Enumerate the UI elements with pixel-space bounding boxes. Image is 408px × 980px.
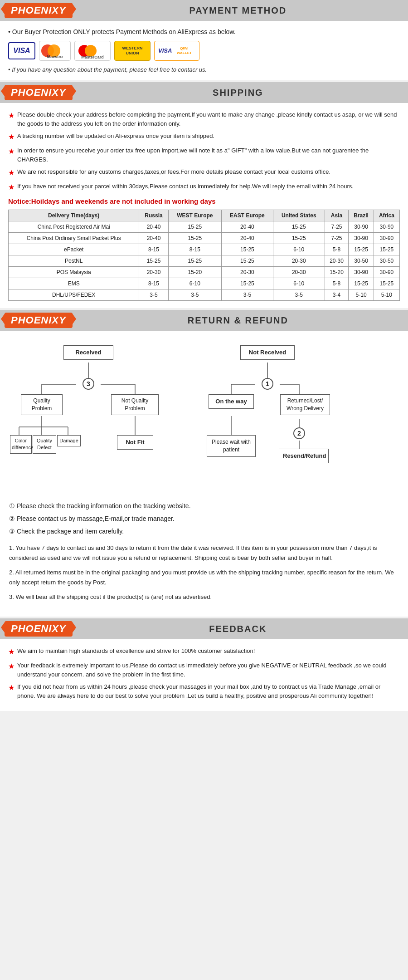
table-cell-4-4: 20-30: [273, 267, 325, 278]
star-icon-4: ★: [8, 167, 15, 178]
refund-title: RETURN & REFUND: [73, 315, 403, 326]
table-cell-5-6: 15-25: [349, 278, 374, 289]
table-cell-2-4: 6-10: [273, 244, 325, 255]
mastercard-card: MasterCard: [74, 41, 111, 61]
diagram-container: Received 3 Quality Problem Not Quality P…: [9, 340, 399, 494]
col-header-3: EAST Europe: [222, 210, 273, 221]
table-cell-1-6: 30-90: [349, 233, 374, 244]
table-cell-0-7: 30-90: [374, 221, 399, 233]
table-cell-3-7: 30-50: [374, 255, 399, 267]
table-cell-3-2: 15-25: [168, 255, 221, 267]
feedback-bullet-2: ★ Your feedback is extremely important t…: [8, 661, 400, 679]
table-cell-0-0: China Post Registered Air Mai: [9, 221, 139, 233]
damage-box: Damage: [57, 435, 81, 446]
table-cell-0-3: 20-40: [222, 221, 273, 233]
payment-note: • Our Buyer Protection ONLY protects Pay…: [8, 28, 400, 35]
star-icon-2: ★: [8, 132, 15, 142]
table-cell-0-1: 20-40: [139, 221, 168, 233]
policy-item-3: 3. We will bear all the shipping cost if…: [9, 592, 399, 602]
shipping-bullet-4: ★ We are not responsible for any customs…: [8, 167, 400, 178]
table-cell-4-1: 20-30: [139, 267, 168, 278]
col-header-4: United States: [273, 210, 325, 221]
table-cell-2-3: 15-25: [222, 244, 273, 255]
badge-3: 3: [83, 378, 94, 390]
col-header-7: Africa: [374, 210, 399, 221]
table-cell-2-5: 5-8: [325, 244, 349, 255]
table-cell-4-2: 15-20: [168, 267, 221, 278]
please-wait-box: Please wait with patient: [207, 435, 256, 457]
western-union-card: WESTERNUNION: [114, 41, 151, 61]
feedback-bullet-1: ★ We aim to maintain high standards of e…: [8, 647, 400, 657]
table-cell-4-0: POS Malaysia: [9, 267, 139, 278]
received-box: Received: [63, 345, 113, 360]
on-the-way-box: On the way: [209, 394, 254, 409]
table-cell-1-1: 20-40: [139, 233, 168, 244]
table-cell-2-0: ePacket: [9, 244, 139, 255]
visa-card: VISA: [8, 42, 35, 59]
table-cell-1-0: China Post Ordinary Small Packet Plus: [9, 233, 139, 244]
star-icon-f3: ★: [8, 682, 15, 700]
quality-defect-box: Quality Defect: [33, 435, 56, 454]
table-cell-0-4: 15-25: [273, 221, 325, 233]
refund-logo: PHOENIXY: [5, 313, 73, 328]
shipping-title: SHIPPING: [73, 88, 403, 98]
star-icon-3: ★: [8, 146, 15, 164]
shipping-bullet-3: ★ In order to ensure you receive your or…: [8, 146, 400, 164]
shipping-table: Delivery Time(days) Russia WEST Europe E…: [8, 210, 400, 301]
payment-logo: PHOENIXY: [5, 3, 73, 18]
table-cell-3-4: 20-30: [273, 255, 325, 267]
badge-1: 1: [262, 378, 273, 390]
maestro-card: Maestro: [39, 41, 71, 61]
shipping-bullet-5: ★ If you have not received your parcel w…: [8, 182, 400, 193]
table-cell-6-4: 3-5: [273, 289, 325, 301]
payment-icons: VISA Maestro MasterCard WESTERNUNION VIS…: [8, 41, 400, 61]
table-cell-6-1: 3-5: [139, 289, 168, 301]
table-cell-6-7: 5-10: [374, 289, 399, 301]
table-cell-3-0: PostNL: [9, 255, 139, 267]
visa-qiwi-card: VISA QIWI WALLET: [154, 41, 199, 61]
table-cell-6-2: 3-5: [168, 289, 221, 301]
shipping-header: PHOENIXY SHIPPING: [0, 82, 408, 103]
table-cell-0-2: 15-25: [168, 221, 221, 233]
star-icon-1: ★: [8, 110, 15, 128]
shipping-bullet-1: ★ Please double check your address befor…: [8, 110, 400, 128]
not-fit-box: Not Fit: [117, 435, 153, 450]
quality-problem-box: Quality Problem: [21, 394, 63, 415]
feedback-bullet-3: ★ If you did not hear from us within 24 …: [8, 682, 400, 700]
table-cell-6-0: DHL/UPS/FEDEX: [9, 289, 139, 301]
step-2: ② Please contact us by massage,E-mail,or…: [9, 512, 399, 525]
policy-list: 1. You have 7 days to contact us and 30 …: [9, 543, 399, 602]
table-cell-6-6: 5-10: [349, 289, 374, 301]
shipping-notice: Notice:Hoildays and weekends are not inc…: [8, 197, 400, 205]
col-header-1: Russia: [139, 210, 168, 221]
feedback-title: FEEDBACK: [73, 624, 403, 634]
not-quality-problem-box: Not Quality Problem: [111, 394, 159, 415]
diagram-lines: [9, 340, 399, 494]
numbered-steps: ① Please check the tracking information …: [9, 500, 399, 538]
table-cell-5-2: 6-10: [168, 278, 221, 289]
table-cell-1-7: 30-90: [374, 233, 399, 244]
not-received-box: Not Received: [240, 345, 295, 360]
table-cell-0-5: 7-25: [325, 221, 349, 233]
star-icon-5: ★: [8, 182, 15, 193]
table-cell-1-3: 20-40: [222, 233, 273, 244]
policy-item-1: 1. You have 7 days to contact us and 30 …: [9, 543, 399, 563]
table-cell-3-1: 15-25: [139, 255, 168, 267]
table-cell-4-3: 20-30: [222, 267, 273, 278]
table-cell-4-7: 30-90: [374, 267, 399, 278]
table-cell-1-4: 15-25: [273, 233, 325, 244]
col-header-6: Brazil: [349, 210, 374, 221]
star-icon-f1: ★: [8, 647, 15, 657]
table-cell-2-6: 15-25: [349, 244, 374, 255]
policy-item-2: 2. All returned items must be in the ori…: [9, 568, 399, 588]
step-3: ③ Check the package and item carefully.: [9, 525, 399, 538]
table-cell-0-6: 30-90: [349, 221, 374, 233]
payment-question: • If you have any question about the pay…: [8, 66, 400, 73]
table-cell-1-5: 7-25: [325, 233, 349, 244]
table-cell-2-1: 8-15: [139, 244, 168, 255]
table-cell-3-3: 15-25: [222, 255, 273, 267]
payment-content: • Our Buyer Protection ONLY protects Pay…: [0, 21, 408, 80]
shipping-bullet-2: ★ A tracking number will be updated on A…: [8, 132, 400, 142]
returned-lost-box: Returned/Lost/ Wrong Delivery: [280, 394, 330, 415]
resend-refund-box: Resend/Refund: [279, 449, 329, 463]
